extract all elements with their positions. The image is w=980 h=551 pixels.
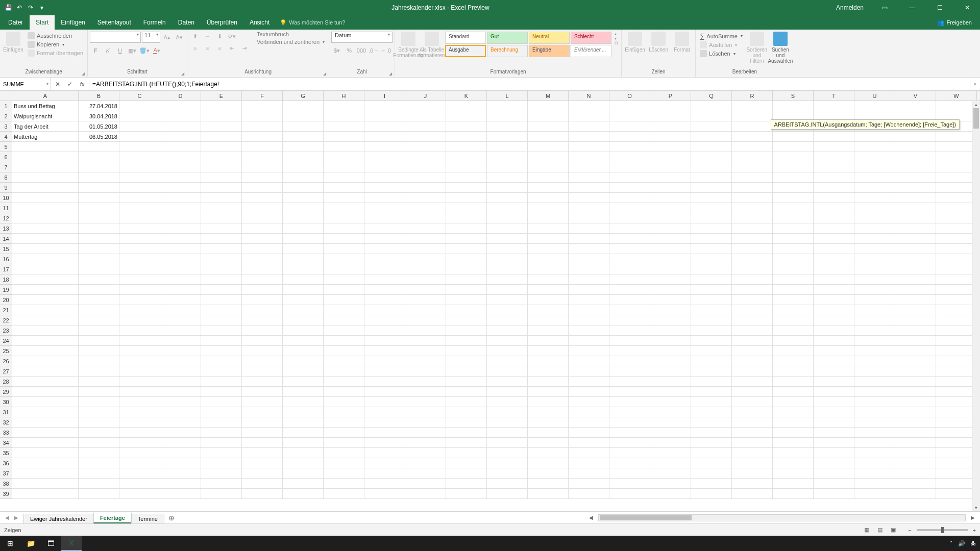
- column-header-E[interactable]: E: [201, 91, 242, 101]
- cell-G23[interactable]: [283, 325, 324, 336]
- cell-N37[interactable]: [569, 468, 609, 479]
- cell-I5[interactable]: [364, 142, 405, 152]
- cell-E27[interactable]: [201, 366, 242, 377]
- cell-N1[interactable]: [569, 101, 609, 111]
- cell-V23[interactable]: [895, 325, 936, 336]
- cell-M4[interactable]: [528, 132, 569, 142]
- cell-P27[interactable]: [650, 366, 691, 377]
- number-format-combo[interactable]: Datum: [331, 32, 393, 43]
- cell-E14[interactable]: [201, 234, 242, 244]
- cell-P34[interactable]: [650, 438, 691, 448]
- cell-H16[interactable]: [324, 254, 364, 264]
- column-header-N[interactable]: N: [569, 91, 609, 101]
- cell-B19[interactable]: [79, 285, 119, 295]
- cell-A32[interactable]: [12, 417, 79, 428]
- cell-E24[interactable]: [201, 336, 242, 346]
- cell-K17[interactable]: [446, 264, 487, 274]
- taskbar-excel[interactable]: X: [61, 536, 82, 551]
- cell-K37[interactable]: [446, 468, 487, 479]
- cell-G24[interactable]: [283, 336, 324, 346]
- cell-G13[interactable]: [283, 223, 324, 234]
- cell-U33[interactable]: [854, 428, 895, 438]
- cell-Q5[interactable]: [691, 142, 732, 152]
- cell-W10[interactable]: [936, 193, 977, 203]
- cell-R18[interactable]: [732, 274, 773, 285]
- cell-T4[interactable]: [814, 132, 854, 142]
- cell-L14[interactable]: [487, 234, 528, 244]
- cell-J30[interactable]: [405, 397, 446, 407]
- cell-T33[interactable]: [814, 428, 854, 438]
- cell-D38[interactable]: [160, 479, 201, 489]
- cell-N30[interactable]: [569, 397, 609, 407]
- cell-F19[interactable]: [242, 285, 283, 295]
- cell-B8[interactable]: [79, 172, 119, 183]
- cell-G8[interactable]: [283, 172, 324, 183]
- cell-J17[interactable]: [405, 264, 446, 274]
- cell-H30[interactable]: [324, 397, 364, 407]
- cell-G14[interactable]: [283, 234, 324, 244]
- cell-S18[interactable]: [773, 274, 814, 285]
- format-painter-button[interactable]: Format übertragen: [26, 49, 85, 57]
- row-header[interactable]: 4: [0, 132, 12, 142]
- cell-H38[interactable]: [324, 479, 364, 489]
- cell-S10[interactable]: [773, 193, 814, 203]
- cell-L34[interactable]: [487, 438, 528, 448]
- cell-Q9[interactable]: [691, 183, 732, 193]
- cell-T16[interactable]: [814, 254, 854, 264]
- cell-L1[interactable]: [487, 101, 528, 111]
- cell-L39[interactable]: [487, 489, 528, 499]
- cell-C2[interactable]: [119, 111, 160, 121]
- cell-H18[interactable]: [324, 274, 364, 285]
- cell-L16[interactable]: [487, 254, 528, 264]
- cell-B14[interactable]: [79, 234, 119, 244]
- decrease-indent-button[interactable]: ⇤: [226, 42, 237, 54]
- cell-I33[interactable]: [364, 428, 405, 438]
- zoom-out-button[interactable]: −: [908, 527, 911, 533]
- cell-Q8[interactable]: [691, 172, 732, 183]
- cell-U12[interactable]: [854, 213, 895, 223]
- cell-H35[interactable]: [324, 448, 364, 458]
- cell-R8[interactable]: [732, 172, 773, 183]
- row-header[interactable]: 5: [0, 142, 12, 152]
- cell-J19[interactable]: [405, 285, 446, 295]
- column-header-Q[interactable]: Q: [691, 91, 732, 101]
- cell-D18[interactable]: [160, 274, 201, 285]
- cell-H4[interactable]: [324, 132, 364, 142]
- cell-C5[interactable]: [119, 142, 160, 152]
- cell-N23[interactable]: [569, 325, 609, 336]
- cell-D36[interactable]: [160, 458, 201, 468]
- cell-M24[interactable]: [528, 336, 569, 346]
- cell-M21[interactable]: [528, 305, 569, 315]
- cell-O22[interactable]: [609, 315, 650, 325]
- orientation-button[interactable]: ⟳▾: [226, 31, 237, 42]
- cell-V25[interactable]: [895, 346, 936, 356]
- format-as-table-button[interactable]: Als Tabelle formatieren: [421, 31, 443, 59]
- align-left-button[interactable]: ≡: [189, 42, 201, 54]
- cell-B21[interactable]: [79, 305, 119, 315]
- start-button[interactable]: ⊞: [0, 536, 20, 551]
- cell-M36[interactable]: [528, 458, 569, 468]
- cell-S16[interactable]: [773, 254, 814, 264]
- row-header[interactable]: 22: [0, 315, 12, 325]
- cell-D25[interactable]: [160, 346, 201, 356]
- cell-H39[interactable]: [324, 489, 364, 499]
- decrease-decimal-button[interactable]: ←.0: [380, 45, 391, 56]
- cell-L27[interactable]: [487, 366, 528, 377]
- cell-W6[interactable]: [936, 152, 977, 162]
- cell-D26[interactable]: [160, 356, 201, 366]
- cell-K28[interactable]: [446, 377, 487, 387]
- ribbon-display-icon[interactable]: ▭: [873, 0, 896, 15]
- spreadsheet-grid[interactable]: ABCDEFGHIJKLMNOPQRSTUVW 1234567891011121…: [0, 91, 980, 511]
- row-header[interactable]: 6: [0, 152, 12, 162]
- cell-D12[interactable]: [160, 213, 201, 223]
- cell-O26[interactable]: [609, 356, 650, 366]
- cell-A6[interactable]: [12, 152, 79, 162]
- cell-V30[interactable]: [895, 397, 936, 407]
- cell-P10[interactable]: [650, 193, 691, 203]
- cell-W35[interactable]: [936, 448, 977, 458]
- cell-M32[interactable]: [528, 417, 569, 428]
- cell-L20[interactable]: [487, 295, 528, 305]
- cell-C17[interactable]: [119, 264, 160, 274]
- delete-cells-button[interactable]: Löschen: [647, 31, 670, 54]
- cell-R16[interactable]: [732, 254, 773, 264]
